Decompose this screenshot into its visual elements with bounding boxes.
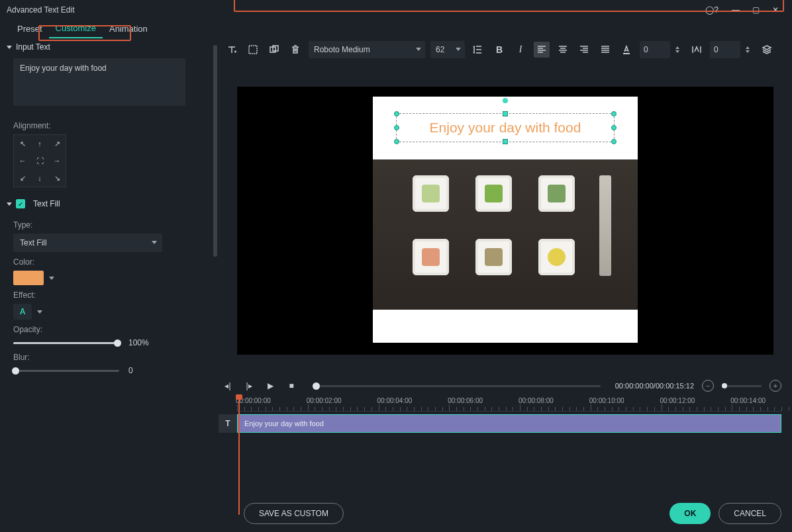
line-spacing-stepper[interactable] bbox=[675, 41, 683, 58]
align-left-button[interactable] bbox=[534, 42, 550, 58]
tab-animation[interactable]: Animation bbox=[103, 21, 154, 38]
input-text-field[interactable] bbox=[13, 58, 185, 106]
track-type-icon: T bbox=[219, 414, 237, 433]
playback-bar: ◂| |▸ ▶ ■ 00:00:00:00/00:00:15:12 − + bbox=[219, 376, 792, 396]
resize-handle[interactable] bbox=[503, 111, 508, 116]
align-justify-button[interactable] bbox=[597, 42, 613, 58]
next-frame-button[interactable]: |▸ bbox=[242, 379, 256, 392]
fontsize-value: 62 bbox=[436, 45, 444, 54]
tab-preset[interactable]: Preset bbox=[11, 21, 49, 38]
align-right-button[interactable] bbox=[576, 42, 592, 58]
type-value: Text Fill bbox=[20, 238, 47, 247]
section-label: Text Fill bbox=[33, 199, 60, 208]
section-input-text[interactable]: Input Text bbox=[4, 38, 212, 56]
resize-handle[interactable] bbox=[394, 111, 399, 116]
duplicate-icon[interactable] bbox=[266, 42, 282, 58]
align-bottom-right[interactable]: ↘ bbox=[48, 169, 66, 187]
color-swatch[interactable] bbox=[13, 271, 44, 285]
svg-rect-0 bbox=[249, 46, 257, 54]
line-spacing-field[interactable]: 0 bbox=[640, 41, 670, 58]
textfill-checkbox[interactable]: ✓ bbox=[16, 199, 25, 208]
close-button[interactable]: ✕ bbox=[766, 0, 785, 20]
text-overlay-bbox[interactable]: Enjoy your day with food bbox=[396, 113, 615, 142]
char-spacing-value: 0 bbox=[714, 45, 718, 54]
select-all-icon[interactable] bbox=[245, 42, 261, 58]
opacity-slider[interactable] bbox=[13, 342, 119, 344]
tab-customize[interactable]: Customize bbox=[49, 21, 103, 38]
line-spacing-icon[interactable] bbox=[470, 42, 486, 58]
align-top[interactable]: ↑ bbox=[31, 135, 48, 152]
timeline-clip[interactable]: Enjoy your day with food bbox=[237, 414, 781, 433]
play-button[interactable]: ▶ bbox=[264, 379, 277, 392]
bold-button[interactable]: B bbox=[491, 42, 507, 58]
type-select[interactable]: Text Fill bbox=[13, 234, 162, 252]
chevron-down-icon bbox=[456, 48, 461, 51]
font-value: Roboto Medium bbox=[314, 45, 370, 54]
align-center-button[interactable] bbox=[555, 42, 571, 58]
char-spacing-field[interactable]: 0 bbox=[710, 41, 740, 58]
playback-time: 00:00:00:00/00:00:15:12 bbox=[615, 382, 694, 390]
section-text-fill[interactable]: ✓ Text Fill bbox=[4, 195, 212, 212]
alignment-grid: ↖ ↑ ↗ ← ⛶ → ↙ ↓ ↘ bbox=[13, 134, 66, 187]
ok-button[interactable]: OK bbox=[669, 503, 711, 524]
add-text-icon[interactable] bbox=[224, 42, 240, 58]
resize-handle[interactable] bbox=[394, 139, 399, 144]
align-left[interactable]: ← bbox=[14, 152, 31, 169]
delete-icon[interactable] bbox=[287, 42, 303, 58]
zoom-out-button[interactable]: − bbox=[702, 380, 714, 392]
resize-handle[interactable] bbox=[611, 111, 617, 116]
opacity-label: Opacity: bbox=[13, 325, 203, 334]
resize-handle[interactable] bbox=[611, 139, 617, 144]
fontsize-select[interactable]: 62 bbox=[430, 41, 465, 58]
char-spacing-icon[interactable] bbox=[689, 42, 705, 58]
sidebar: Input Text Alignment: ↖ ↑ ↗ ← ⛶ → ↙ ↓ ↘ … bbox=[0, 38, 219, 532]
rotate-handle[interactable] bbox=[503, 98, 508, 103]
text-color-icon[interactable] bbox=[619, 42, 634, 58]
help-icon[interactable]: ◯? bbox=[702, 0, 722, 20]
stop-button[interactable]: ■ bbox=[285, 379, 298, 392]
save-as-custom-button[interactable]: SAVE AS CUSTOM bbox=[244, 503, 344, 524]
align-center[interactable]: ⛶ bbox=[31, 152, 48, 169]
section-label: Input Text bbox=[16, 42, 50, 52]
tabs: Preset Customize Animation bbox=[0, 20, 792, 38]
titlebar: Advanced Text Edit ◯? — ▢ ✕ bbox=[0, 0, 792, 20]
effect-label: Effect: bbox=[13, 290, 203, 300]
align-top-left[interactable]: ↖ bbox=[14, 135, 31, 152]
footer: SAVE AS CUSTOM OK CANCEL bbox=[233, 495, 792, 532]
effect-preview[interactable]: A bbox=[13, 304, 32, 320]
layers-icon[interactable] bbox=[759, 42, 775, 58]
align-top-right[interactable]: ↗ bbox=[48, 135, 66, 152]
font-select[interactable]: Roboto Medium bbox=[309, 41, 425, 58]
align-bottom-left[interactable]: ↙ bbox=[14, 169, 31, 187]
svg-rect-3 bbox=[623, 53, 630, 54]
zoom-slider[interactable] bbox=[722, 385, 762, 387]
align-bottom[interactable]: ↓ bbox=[31, 169, 48, 187]
opacity-value: 100% bbox=[128, 338, 149, 347]
blur-label: Blur: bbox=[13, 353, 203, 362]
effect-dropdown[interactable] bbox=[37, 308, 44, 315]
color-dropdown[interactable] bbox=[49, 275, 56, 281]
italic-button[interactable]: I bbox=[513, 42, 528, 58]
minimize-button[interactable]: — bbox=[726, 0, 746, 20]
cancel-button[interactable]: CANCEL bbox=[718, 503, 781, 524]
blur-slider[interactable] bbox=[13, 370, 119, 372]
char-spacing-stepper[interactable] bbox=[746, 41, 754, 58]
timeline-ruler[interactable]: 00:00:00:0000:00:02:0000:00:04:0000:00:0… bbox=[237, 396, 781, 412]
preview-canvas[interactable]: Enjoy your day with food bbox=[237, 87, 773, 355]
resize-handle[interactable] bbox=[503, 139, 508, 144]
align-right[interactable]: → bbox=[48, 152, 66, 169]
overlay-text: Enjoy your day with food bbox=[430, 120, 581, 136]
text-toolbar: Roboto Medium 62 B I 0 0 bbox=[219, 38, 788, 61]
resize-handle[interactable] bbox=[394, 125, 399, 130]
playback-slider[interactable] bbox=[313, 385, 601, 387]
type-label: Type: bbox=[13, 220, 203, 230]
sidebar-scrollbar[interactable] bbox=[213, 45, 217, 257]
prev-frame-button[interactable]: ◂| bbox=[221, 379, 234, 392]
chevron-down-icon bbox=[7, 202, 12, 206]
content: Roboto Medium 62 B I 0 0 bbox=[219, 38, 792, 532]
zoom-in-button[interactable]: + bbox=[769, 380, 781, 392]
window-title: Advanced Text Edit bbox=[7, 5, 702, 15]
resize-handle[interactable] bbox=[611, 125, 617, 130]
maximize-button[interactable]: ▢ bbox=[746, 0, 766, 20]
blur-value: 0 bbox=[128, 366, 133, 375]
